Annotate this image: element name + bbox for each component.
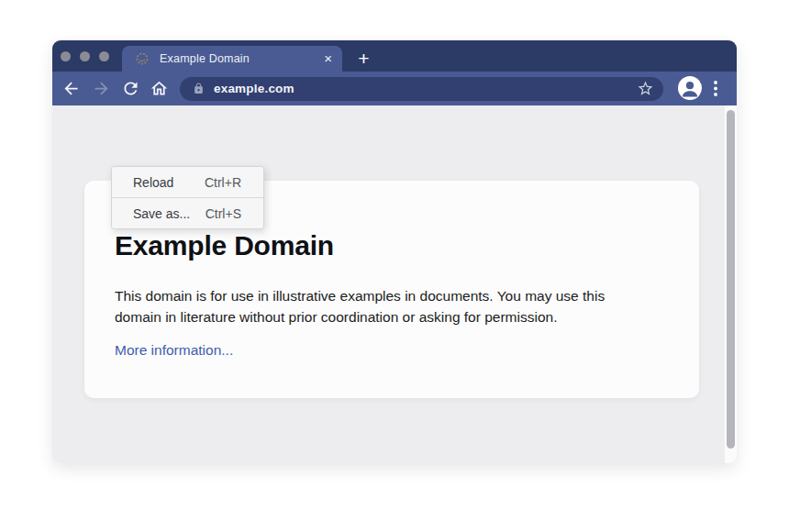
menu-item-shortcut: Ctrl+S [206,206,241,221]
globe-favicon-icon [136,52,149,65]
tab-title: Example Domain [160,52,250,65]
screenshot-stage: Example Domain × + exampl [0,0,789,532]
scrollbar-thumb[interactable] [727,110,735,449]
page-paragraph: This domain is for use in illustrative e… [115,285,654,327]
lock-icon [193,83,205,94]
profile-avatar-icon[interactable] [678,76,702,100]
browser-toolbar: example.com [52,72,737,105]
menu-item-label: Reload [133,175,173,190]
context-menu-item-save-as[interactable]: Save as... Ctrl+S [112,198,263,228]
scrollbar-track[interactable] [725,105,737,463]
window-titlebar: Example Domain × + [52,40,737,72]
home-button[interactable] [150,79,169,98]
url-text[interactable]: example.com [214,82,294,95]
new-tab-button[interactable]: + [351,47,376,71]
forward-button[interactable] [92,79,111,98]
kebab-menu-icon[interactable] [710,81,721,96]
maximize-window-button[interactable] [99,51,109,61]
context-menu-item-reload[interactable]: Reload Ctrl+R [112,167,263,197]
tab-close-icon[interactable]: × [324,52,332,65]
bookmark-star-icon[interactable] [637,80,654,97]
menu-item-label: Save as... [133,206,190,221]
back-button[interactable] [61,79,81,98]
reload-button[interactable] [121,79,140,98]
traffic-lights [61,51,109,61]
context-menu: Reload Ctrl+R Save as... Ctrl+S [111,166,264,229]
address-bar[interactable]: example.com [180,77,663,101]
minimize-window-button[interactable] [80,51,90,61]
browser-tab[interactable]: Example Domain × [122,46,342,72]
page-title: Example Domain [115,230,699,261]
page-viewport: Example Domain This domain is for use in… [52,105,737,463]
menu-item-shortcut: Ctrl+R [205,175,241,190]
more-information-link[interactable]: More information... [115,342,233,359]
browser-window: Example Domain × + exampl [52,40,737,463]
close-window-button[interactable] [61,51,71,61]
